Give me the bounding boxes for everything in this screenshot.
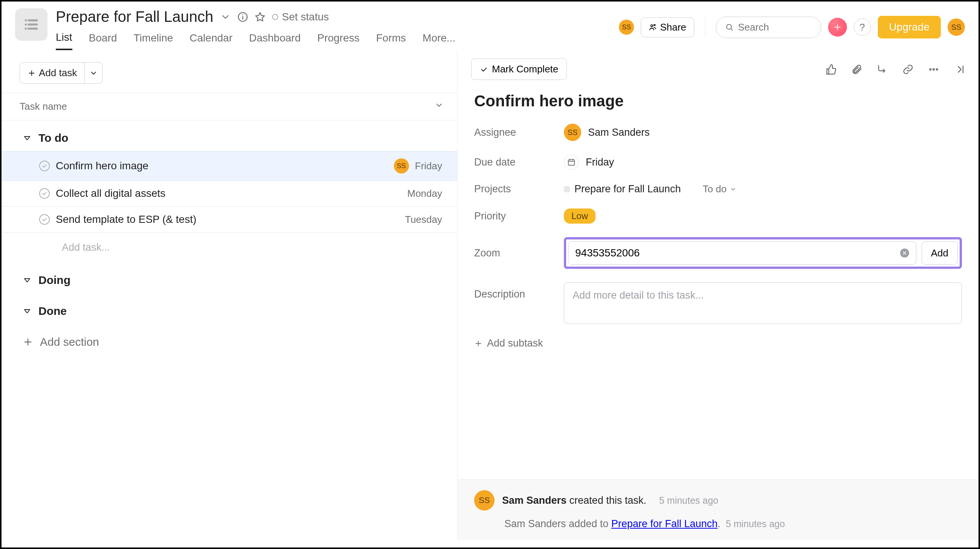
- add-subtask-button[interactable]: Add subtask: [474, 337, 962, 349]
- description-label: Description: [474, 282, 564, 300]
- svg-line-13: [730, 29, 732, 30]
- share-button[interactable]: Share: [641, 18, 694, 37]
- add-subtask-label: Add subtask: [487, 337, 543, 349]
- svg-marker-9: [256, 13, 264, 21]
- activity-avatar[interactable]: SS: [474, 490, 495, 511]
- task-complete-toggle[interactable]: [39, 188, 50, 199]
- member-avatar[interactable]: SS: [619, 20, 634, 35]
- project-icon[interactable]: [15, 8, 48, 41]
- section-header-todo[interactable]: To do: [22, 132, 457, 145]
- clear-icon[interactable]: ✕: [900, 248, 909, 258]
- tab-calendar[interactable]: Calendar: [189, 32, 232, 49]
- task-row[interactable]: Collect all digital assets Monday: [2, 181, 457, 207]
- task-detail-title[interactable]: Confirm hero image: [474, 92, 962, 110]
- svg-point-10: [651, 25, 653, 27]
- caret-down-icon: [22, 307, 32, 316]
- description-input[interactable]: [564, 282, 962, 324]
- subtask-icon[interactable]: [877, 64, 888, 75]
- set-status-button[interactable]: Set status: [272, 11, 329, 23]
- section-title: To do: [38, 132, 68, 145]
- task-name: Confirm hero image: [56, 160, 388, 172]
- add-section-label: Add section: [40, 336, 99, 348]
- project-name: Prepare for Fall Launch: [574, 183, 681, 195]
- chevron-down-icon[interactable]: [220, 12, 231, 22]
- tab-list[interactable]: List: [56, 31, 72, 50]
- task-name: Collect all digital assets: [56, 188, 401, 199]
- help-button[interactable]: ?: [854, 19, 871, 36]
- svg-rect-30: [568, 160, 575, 165]
- project-color-icon: [564, 186, 570, 192]
- zoom-add-button[interactable]: Add: [921, 241, 958, 265]
- add-section-button[interactable]: Add section: [2, 324, 457, 348]
- activity-time: 5 minutes ago: [725, 519, 785, 529]
- user-avatar[interactable]: SS: [948, 19, 965, 36]
- tab-progress[interactable]: Progress: [317, 32, 360, 49]
- assignee-name: Sam Sanders: [588, 127, 650, 138]
- upgrade-button[interactable]: Upgrade: [878, 16, 941, 38]
- activity-project-link[interactable]: Prepare for Fall Launch: [611, 518, 718, 529]
- section-title: Doing: [38, 274, 70, 286]
- priority-value[interactable]: Low: [564, 208, 595, 224]
- zoom-label: Zoom: [474, 247, 564, 259]
- activity-feed: SS Sam Sanders created this task. 5 minu…: [458, 479, 978, 540]
- mark-complete-button[interactable]: Mark Complete: [471, 59, 567, 80]
- task-assignee-avatar[interactable]: SS: [394, 158, 409, 173]
- section-title: Done: [38, 305, 67, 317]
- assignee-avatar: SS: [564, 124, 581, 141]
- attachment-icon[interactable]: [851, 64, 862, 75]
- column-menu-icon[interactable]: [434, 101, 444, 112]
- add-task-button[interactable]: Add task: [20, 62, 85, 84]
- tab-more[interactable]: More...: [423, 32, 455, 49]
- more-icon[interactable]: [928, 64, 939, 75]
- caret-down-icon: [22, 275, 32, 285]
- project-tabs: List Board Timeline Calendar Dashboard P…: [56, 31, 611, 50]
- task-complete-toggle[interactable]: [39, 214, 50, 225]
- tab-dashboard[interactable]: Dashboard: [249, 32, 301, 49]
- link-icon[interactable]: [902, 64, 914, 75]
- tab-forms[interactable]: Forms: [376, 32, 406, 49]
- task-due: Monday: [407, 188, 442, 199]
- info-icon[interactable]: [237, 12, 248, 22]
- tab-board[interactable]: Board: [89, 32, 117, 49]
- projects-label: Projects: [474, 183, 564, 195]
- task-row[interactable]: Send template to ESP (& test) Tuesday: [2, 207, 457, 232]
- due-date-text: Friday: [586, 156, 614, 168]
- due-date-label: Due date: [474, 156, 564, 168]
- svg-marker-19: [24, 278, 30, 282]
- svg-point-26: [929, 68, 931, 70]
- activity-line: Sam Sanders added to Prepare for Fall La…: [474, 518, 962, 530]
- add-task-inline[interactable]: Add task...: [2, 232, 457, 263]
- star-icon[interactable]: [255, 12, 266, 22]
- project-title[interactable]: Prepare for Fall Launch: [56, 8, 213, 25]
- svg-point-11: [654, 24, 655, 26]
- like-icon[interactable]: [826, 64, 837, 75]
- status-dot-icon: [272, 14, 278, 20]
- mark-complete-label: Mark Complete: [492, 63, 558, 75]
- column-task-name: Task name: [20, 101, 67, 112]
- task-due: Friday: [415, 160, 442, 172]
- search-input[interactable]: [738, 21, 812, 33]
- zoom-input[interactable]: [575, 247, 900, 259]
- set-status-label: Set status: [282, 11, 329, 23]
- task-complete-toggle[interactable]: [39, 161, 50, 171]
- assignee-label: Assignee: [474, 127, 564, 138]
- due-date-value[interactable]: Friday: [564, 154, 962, 170]
- close-panel-icon[interactable]: [954, 64, 965, 75]
- chevron-down-icon: [730, 186, 737, 193]
- task-row[interactable]: Confirm hero image SS Friday: [2, 151, 457, 181]
- assignee-value[interactable]: SS Sam Sanders: [564, 124, 962, 141]
- add-task-label: Add task: [39, 67, 77, 79]
- global-add-button[interactable]: [828, 18, 847, 37]
- project-section-select[interactable]: To do: [703, 183, 737, 195]
- section-header-done[interactable]: Done: [22, 305, 457, 317]
- section-header-doing[interactable]: Doing: [22, 274, 457, 286]
- add-task-dropdown[interactable]: [85, 62, 102, 84]
- svg-point-27: [933, 68, 934, 70]
- project-tag[interactable]: Prepare for Fall Launch: [564, 183, 681, 195]
- tab-timeline[interactable]: Timeline: [134, 32, 173, 49]
- search-box[interactable]: [716, 17, 821, 38]
- activity-time: 5 minutes ago: [659, 495, 718, 506]
- priority-label: Priority: [474, 210, 564, 222]
- svg-marker-18: [24, 137, 30, 140]
- task-name: Send template to ESP (& test): [56, 213, 399, 226]
